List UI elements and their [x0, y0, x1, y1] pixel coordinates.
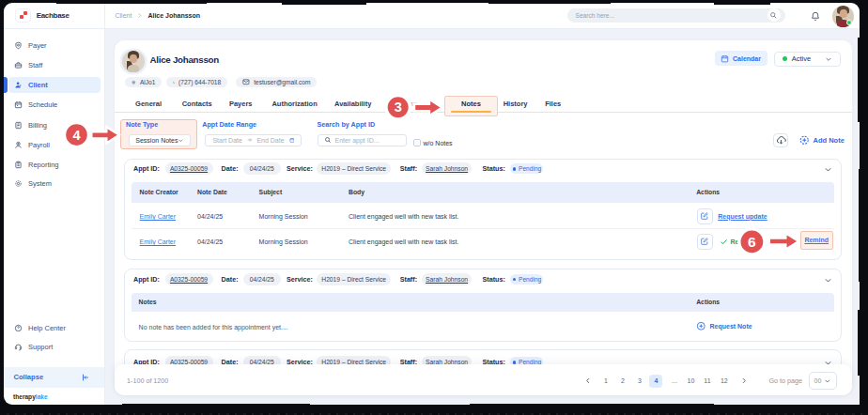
svg-text:3: 3 — [395, 100, 402, 115]
svg-text:4: 4 — [72, 128, 80, 143]
svg-text:6: 6 — [748, 234, 756, 250]
